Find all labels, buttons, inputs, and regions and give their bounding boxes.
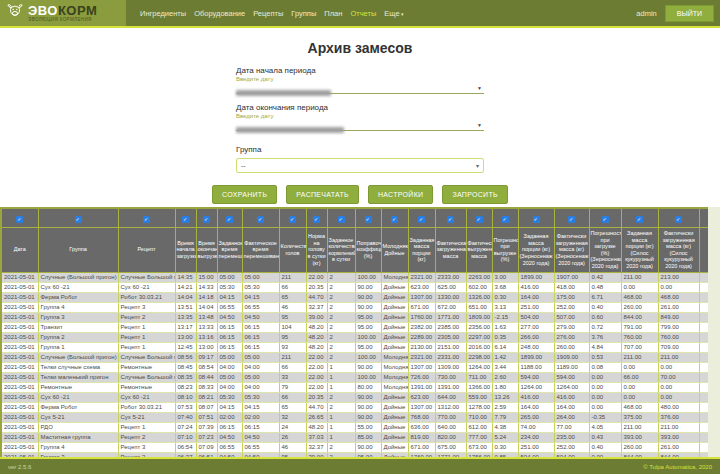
table-cell: Робот 30.03.21 [118,402,175,412]
table-cell: 2021-05-01 [1,402,38,412]
main-content: Архив замесов Дата начала периода Введит… [0,28,720,457]
table-cell: 1307.00 [408,292,435,302]
table-cell: 265.00 [518,412,554,422]
nav-item-more[interactable]: Еще ▾ [384,9,403,18]
nav-item-groups[interactable]: Группы [291,9,316,18]
table-cell: 93 [279,342,306,352]
column-checkbox[interactable] [447,216,454,223]
column-checkbox[interactable] [675,216,682,223]
column-checkbox[interactable] [313,216,320,223]
table-cell: 393.00 [621,432,658,442]
table-cell: 1326.00 [466,292,492,302]
column-select-cell [327,208,355,228]
column-checkbox[interactable] [257,216,264,223]
table-cell: 2021-05-01 [1,422,38,432]
table-cell: Ремонтные [118,382,175,392]
table-row: 2021-05-01Случные (Большой пригон)Случны… [1,272,708,282]
table-cell: 2021-05-01 [1,392,38,402]
nav-item-plan[interactable]: План [324,9,342,18]
brand-korm: КОРМ [58,3,97,18]
table-cell: 1330.00 [435,292,466,302]
brand-logo[interactable]: ЭВОКОРМ ЭВОЛЮЦИЯ КОРМЛЕНИЯ [0,0,126,26]
table-cell: 08:35 [175,372,196,382]
table-cell: 644.00 [435,392,466,402]
table-cell: 1391.00 [435,382,466,392]
print-button[interactable]: РАСПЕЧАТАТЬ [286,185,359,204]
column-checkbox[interactable] [203,216,210,223]
table-cell: 66.00 [621,372,658,382]
table-cell: 0.00 [621,382,658,392]
table-cell: 07:24 [175,422,196,432]
column-checkbox[interactable] [143,216,150,223]
column-checkbox[interactable] [16,216,23,223]
table-cell: 2 [327,312,355,322]
table-cell: 4.84 [589,342,621,352]
column-select-cell [554,208,589,228]
nav-item-recipes[interactable]: Рецепты [253,9,283,18]
column-checkbox[interactable] [338,216,345,223]
table-cell-partial [699,322,708,332]
table-cell: Сух 60 -21 [118,392,175,402]
column-checkbox[interactable] [476,216,483,223]
table-cell: Ферма Робот [38,292,118,302]
table-cell: 2.59 [492,402,518,412]
column-checkbox[interactable] [533,216,540,223]
nav-item-equipment[interactable]: Оборудование [194,9,245,18]
column-checkbox[interactable] [636,216,643,223]
table-cell-partial [699,272,708,282]
table-cell: 211 [279,272,306,282]
settings-button[interactable]: НАСТРОЙКИ [368,185,433,204]
column-checkbox[interactable] [182,216,189,223]
date-start-input[interactable]: ▼ [236,82,484,94]
table-cell-partial [699,292,708,302]
column-select-cell [38,208,118,228]
nav-item-reports[interactable]: Отчеты [350,9,376,18]
column-checkbox[interactable] [289,216,296,223]
table-cell: 48.20 [306,332,327,342]
table-cell: 675.00 [435,442,466,452]
table-cell: 2 [327,302,355,312]
column-checkbox[interactable] [418,216,425,223]
group-select[interactable]: -- ▾ [236,158,484,173]
column-checkbox[interactable] [75,216,82,223]
column-checkbox[interactable] [602,216,609,223]
column-checkbox[interactable] [365,216,372,223]
column-checkbox[interactable] [226,216,233,223]
table-cell: Дойные [381,402,408,412]
table-cell: 211 [279,352,306,362]
column-checkbox[interactable] [391,216,398,223]
table-cell: 100.00 [355,352,381,362]
table-cell: 06:55 [242,302,279,312]
column-select-cell [196,208,217,228]
table-cell: 2151.00 [435,342,466,352]
table-cell: 14:33 [196,282,217,292]
column-checkbox[interactable] [568,216,575,223]
request-button[interactable]: ЗАПРОСИТЬ [442,185,507,204]
save-button[interactable]: СОХРАНИТЬ [212,185,277,204]
date-end-input[interactable]: ▼ [236,119,484,131]
table-cell: 08:44 [196,372,217,382]
table-row: 2021-05-01Группа 4Рецепт 306:5407:0906:5… [1,442,708,452]
table-cell: 15:00 [196,272,217,282]
logout-button[interactable]: ВЫЙТИ [665,5,714,22]
column-header: Фактическое время перемешивания [242,228,279,273]
table-cell: 66 [279,362,306,372]
column-header: Количество голов [279,228,306,273]
table-cell: 90.00 [355,302,381,312]
table-cell: 625.00 [435,282,466,292]
column-select-cell [217,208,242,228]
table-cell: 261.00 [658,302,699,312]
table-cell: 2 [327,332,355,342]
table-cell: Ремонтные [38,382,118,392]
table-cell: 0.40 [589,442,621,452]
table-cell: Рецепт 1 [118,342,175,352]
nav-item-ingredients[interactable]: Ингредиенты [140,9,186,18]
table-row: 2021-05-01ТранзитРецепт 113:1713:3306:15… [1,322,708,332]
table-cell: Молодняк [381,362,408,372]
table-cell: 623.00 [408,282,435,292]
table-cell: 0.30 [492,442,518,452]
table-cell: 04:50 [242,432,279,442]
column-select-cell [355,208,381,228]
column-checkbox[interactable] [502,216,509,223]
table-cell-partial [699,302,708,312]
